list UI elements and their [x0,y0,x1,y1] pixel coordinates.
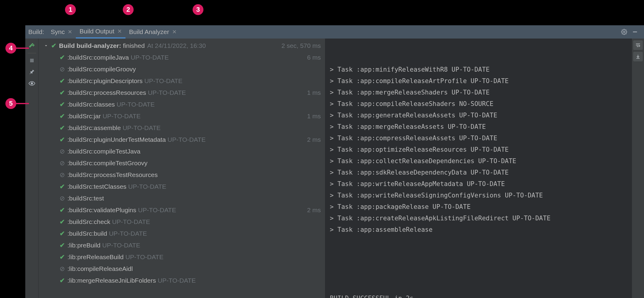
tab-sync[interactable]: Sync ✕ [47,25,76,39]
svg-rect-2 [30,59,34,62]
task-row[interactable]: ⊘:buildSrc:compileTestJava [40,145,323,157]
task-name: :buildSrc:jar [67,113,101,120]
scroll-to-end-icon[interactable] [633,52,643,61]
console-line: > Task :app:mergeReleaseShaders UP-TO-DA… [330,87,632,98]
check-icon: ✔ [59,253,66,261]
task-state: UP-TO-DATE [117,101,155,108]
task-state: UP-TO-DATE [144,77,182,85]
gear-icon[interactable] [619,29,630,35]
task-name: :lib:mergeReleaseJniLibFolders [67,277,156,284]
stop-icon[interactable] [26,55,37,66]
pin-icon[interactable] [26,67,37,77]
soft-wrap-icon[interactable] [633,40,643,50]
tree-root[interactable]: ✔ Build build-analyzer: finished At 24/1… [40,40,323,51]
task-name: :buildSrc:pluginDescriptors [67,77,143,85]
task-name: :buildSrc:testClasses [67,183,126,190]
task-row[interactable]: ✔:lib:mergeReleaseJniLibFoldersUP-TO-DAT… [40,275,323,286]
tab-build-analyzer[interactable]: Build Analyzer ✕ [125,25,180,39]
chevron-down-icon[interactable] [43,44,49,48]
skip-icon: ⊘ [59,195,66,202]
check-icon: ✔ [59,54,66,61]
task-row[interactable]: ✔:buildSrc:checkUP-TO-DATE [40,216,323,228]
check-icon: ✔ [59,242,66,249]
callout-line-4 [16,48,29,49]
close-icon[interactable]: ✕ [172,29,177,35]
close-icon[interactable]: ✕ [117,28,122,35]
task-name: :buildSrc:classes [67,101,115,108]
task-row[interactable]: ✔:buildSrc:buildUP-TO-DATE [40,228,323,239]
check-icon: ✔ [59,277,66,284]
check-icon: ✔ [59,218,66,225]
task-name: :buildSrc:build [67,230,107,237]
console-line: > Task :app:generateReleaseAssets UP-TO-… [330,110,632,121]
task-name: :buildSrc:compileTestJava [67,148,141,155]
task-row[interactable]: ⊘:buildSrc:test [40,192,323,204]
check-icon: ✔ [59,230,66,237]
task-name: :buildSrc:pluginUnderTestMetadata [67,136,166,143]
check-icon: ✔ [59,77,66,85]
callout-badge-5: 5 [5,98,16,109]
eye-icon[interactable] [26,78,37,89]
panel-title: Build: [26,28,47,36]
svg-point-3 [31,82,33,84]
callout-badge-3: 3 [193,4,203,15]
task-duration: 2 ms [307,206,323,214]
console-line: > Task :app:writeReleaseAppMetadata UP-T… [330,178,632,190]
task-row[interactable]: ✔:buildSrc:processResourcesUP-TO-DATE1 m… [40,87,323,98]
task-row[interactable]: ✔:buildSrc:validatePluginsUP-TO-DATE2 ms [40,204,323,216]
task-state: UP-TO-DATE [148,89,186,96]
task-tree[interactable]: ✔ Build build-analyzer: finished At 24/1… [39,39,325,298]
task-name: :buildSrc:validatePlugins [67,206,136,214]
root-duration: 2 sec, 570 ms [281,42,323,49]
console-line: > Task :app:writeReleaseSigningConfigVer… [330,190,632,201]
check-icon: ✔ [59,124,66,132]
task-row[interactable]: ✔:buildSrc:testClassesUP-TO-DATE [40,181,323,192]
close-icon[interactable]: ✕ [68,29,72,35]
task-state: UP-TO-DATE [122,124,160,132]
callout-line-5 [16,103,29,104]
task-name: :buildSrc:compileTestGroovy [67,160,147,167]
task-name: :buildSrc:compileGroovy [67,66,136,73]
tab-build-output[interactable]: Build Output ✕ [76,25,125,39]
task-name: :buildSrc:test [67,195,104,202]
task-state: UP-TO-DATE [112,218,150,225]
task-name: :buildSrc:processTestResources [67,171,158,178]
minimize-icon[interactable] [630,29,640,35]
task-state: UP-TO-DATE [125,253,163,261]
task-row[interactable]: ✔:buildSrc:pluginDescriptorsUP-TO-DATE [40,75,323,87]
task-name: :buildSrc:processResources [67,89,146,96]
check-icon: ✔ [51,42,57,49]
console-output[interactable]: > Task :app:minifyReleaseWithR8 UP-TO-DA… [325,39,632,298]
task-row[interactable]: ✔:lib:preBuildUP-TO-DATE [40,239,323,251]
task-row[interactable]: ✔:buildSrc:jarUP-TO-DATE1 ms [40,110,323,122]
task-state: UP-TO-DATE [109,230,147,237]
callout-badge-1: 1 [65,4,76,15]
console-line: > Task :app:assembleRelease [330,224,632,235]
task-name: :buildSrc:compileJava [67,54,129,61]
console-line: > Task :app:mergeReleaseAssets UP-TO-DAT… [330,121,632,132]
skip-icon: ⊘ [59,171,66,178]
console-line: > Task :app:createReleaseApkListingFileR… [330,213,632,224]
tab-bar: Build: Sync ✕ Build Output ✕ Build Analy… [25,25,644,39]
console-line: > Task :app:compressReleaseAssets UP-TO-… [330,132,632,144]
task-row[interactable]: ✔:buildSrc:compileJavaUP-TO-DATE6 ms [40,51,323,63]
task-row[interactable]: ✔:buildSrc:assembleUP-TO-DATE [40,122,323,134]
task-state: UP-TO-DATE [103,113,141,120]
console-line: > Task :app:packageRelease UP-TO-DATE [330,201,632,213]
root-timestamp: At 24/11/2022, 16:30 [147,42,206,49]
root-title: Build build-analyzer: [59,42,121,49]
task-row[interactable]: ⊘:buildSrc:compileGroovy [40,63,323,75]
check-icon: ✔ [59,113,66,120]
console-line: > Task :app:minifyReleaseWithR8 UP-TO-DA… [330,64,632,75]
task-row[interactable]: ⊘:lib:compileReleaseAidl [40,263,323,275]
task-name: :buildSrc:check [67,218,110,225]
task-row[interactable]: ✔:lib:preReleaseBuildUP-TO-DATE [40,251,323,263]
task-duration: 1 ms [307,113,323,120]
task-row[interactable]: ⊘:buildSrc:compileTestGroovy [40,157,323,169]
task-row[interactable]: ⊘:buildSrc:processTestResources [40,169,323,181]
hammer-icon[interactable] [26,40,37,51]
build-summary-1: BUILD SUCCESSFUL in 2s [330,293,632,298]
task-row[interactable]: ✔:buildSrc:pluginUnderTestMetadataUP-TO-… [40,134,323,145]
svg-point-0 [624,31,625,33]
task-row[interactable]: ✔:buildSrc:classesUP-TO-DATE [40,98,323,110]
